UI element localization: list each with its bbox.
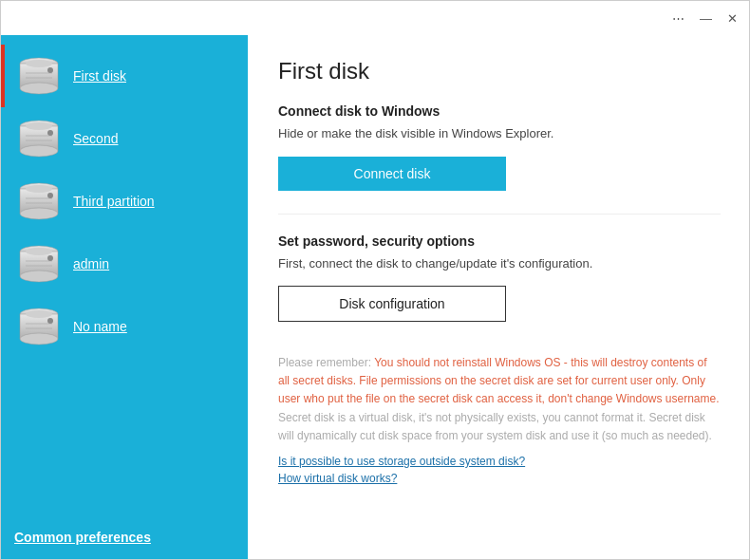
sidebar-label-first-disk: First disk [73,68,126,84]
svg-point-6 [47,67,53,73]
connect-disk-button[interactable]: Connect disk [278,157,506,191]
sidebar-item-first-disk[interactable]: First disk [1,45,248,107]
sidebar-label-admin: admin [73,256,109,271]
svg-point-2 [20,83,58,94]
disk-config-button[interactable]: Disk configuration [278,286,506,322]
warning-box: Please remember: You should not reinstal… [278,345,721,498]
svg-point-24 [26,248,52,255]
svg-point-13 [47,130,53,136]
page-title: First disk [278,58,721,84]
sidebar-label-third: Third partition [73,194,155,209]
content-area: First disk Connect disk to Windows Hide … [248,35,750,560]
svg-point-30 [20,333,58,345]
disk-icon-noname [14,305,64,348]
sidebar-item-admin[interactable]: admin [1,233,248,295]
disk-icon-second [14,117,64,160]
help-link-storage[interactable]: Is it possible to use storage outside sy… [278,455,721,468]
sidebar-item-third-partition[interactable]: Third partition [1,170,248,233]
sidebar-label-noname: No name [73,319,127,334]
connect-section-title: Connect disk to Windows [278,103,721,119]
section-divider [278,214,721,215]
connect-section: Connect disk to Windows Hide or make the… [278,103,721,191]
svg-point-34 [47,318,53,324]
warning-highlight: You should not reinstall Windows OS - th… [278,356,720,405]
disk-icon-first [14,54,64,98]
minimize-button[interactable]: — [700,11,712,26]
svg-point-16 [20,208,58,219]
svg-point-9 [20,145,58,157]
sidebar-label-second: Second [73,131,118,146]
svg-point-23 [20,271,58,282]
svg-point-17 [26,185,52,193]
svg-point-20 [47,193,53,198]
svg-point-27 [47,255,53,261]
sidebar-item-second[interactable]: Second [1,107,248,170]
config-section: Set password, security options First, co… [278,233,721,323]
title-bar: ⋯ — ✕ [1,1,749,35]
config-section-title: Set password, security options [278,233,721,249]
disk-icon-third [14,179,64,223]
svg-point-10 [26,122,52,130]
sidebar-item-no-name[interactable]: No name [1,295,248,358]
disk-icon-admin [14,242,64,286]
close-button[interactable]: ✕ [727,11,738,26]
svg-point-31 [26,310,52,318]
config-section-desc: First, connect the disk to change/update… [278,254,721,273]
svg-point-3 [26,60,52,67]
common-preferences-link[interactable]: Common preferences [14,530,151,545]
help-link-virtual[interactable]: How virtual disk works? [278,472,721,485]
title-bar-controls: ⋯ — ✕ [672,11,738,26]
sidebar-bottom: Common preferences [1,513,248,560]
more-button[interactable]: ⋯ [672,11,684,26]
warning-text: Please remember: You should not reinstal… [278,354,721,445]
connect-section-desc: Hide or make the disk visible in Windows… [278,124,721,143]
app-container: First disk Second [1,35,750,560]
sidebar: First disk Second [1,35,248,560]
